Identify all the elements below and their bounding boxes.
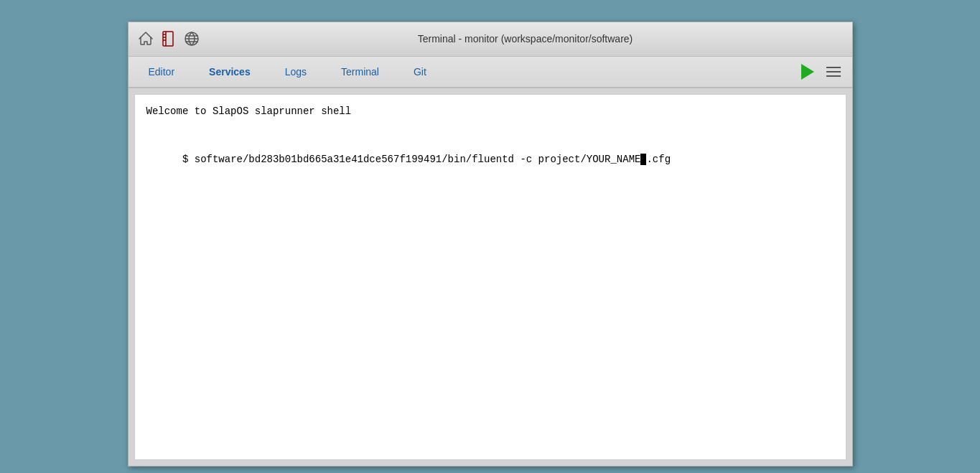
title-bar: Terminal - monitor (workspace/monitor/so… — [129, 22, 852, 57]
tab-terminal[interactable]: Terminal — [324, 57, 396, 87]
tab-git[interactable]: Git — [396, 57, 444, 87]
svg-rect-0 — [163, 32, 173, 46]
terminal-command: software/bd283b01bd665a31e41dce567f19949… — [188, 154, 640, 165]
menu-button[interactable] — [822, 60, 845, 83]
terminal-area[interactable]: Welcome to SlapOS slaprunner shell $ sof… — [134, 94, 846, 460]
terminal-command-suffix: .cfg — [646, 154, 671, 165]
main-window: Terminal - monitor (workspace/monitor/so… — [128, 22, 853, 467]
home-icon[interactable] — [136, 29, 156, 49]
tab-services[interactable]: Services — [192, 57, 268, 87]
menu-line-2 — [826, 71, 841, 72]
title-bar-icons — [136, 29, 202, 49]
book-icon[interactable] — [159, 29, 179, 49]
tab-editor[interactable]: Editor — [131, 57, 192, 87]
terminal-command-line: $ software/bd283b01bd665a31e41dce567f199… — [146, 135, 834, 183]
menu-line-1 — [826, 67, 841, 68]
nav-bar: Editor Services Logs Terminal Git — [129, 57, 852, 88]
nav-actions — [796, 57, 849, 87]
nav-spacer — [444, 57, 796, 87]
menu-line-3 — [826, 75, 841, 77]
run-button[interactable] — [796, 60, 819, 83]
globe-icon[interactable] — [182, 29, 202, 49]
terminal-empty-line — [146, 119, 834, 135]
run-triangle-icon — [801, 64, 814, 80]
tab-logs[interactable]: Logs — [268, 57, 324, 87]
terminal-welcome-line: Welcome to SlapOS slaprunner shell — [146, 103, 834, 119]
window-title: Terminal - monitor (workspace/monitor/so… — [206, 33, 845, 45]
